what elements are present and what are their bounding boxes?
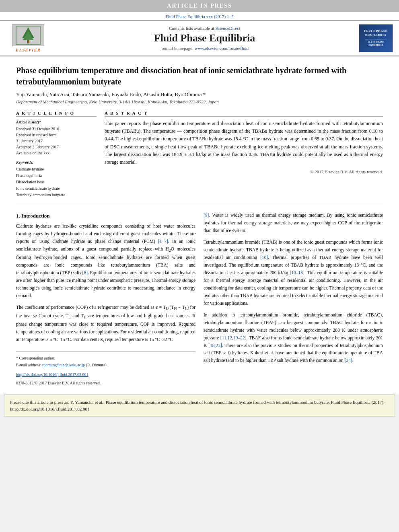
body-content: 1. Introduction Clathrate hydrates are i… [16, 212, 383, 386]
body-right-column: [9]. Water is widely used as thermal ene… [204, 212, 383, 386]
ref-link[interactable]: [9] [204, 213, 209, 218]
email-line: E-mail address: rohmura@mech.keio.ac.jp … [16, 362, 195, 369]
article-info-column: A R T I C L E I N F O Article history: R… [16, 111, 97, 198]
ref-link[interactable]: [8] [82, 270, 88, 275]
journal-reference: Fluid Phase Equilibria xxx (2017) 1–5 [0, 12, 399, 20]
ref-link[interactable]: [24] [345, 358, 352, 363]
keywords-list: Clathrate hydrate Phase equilibria Disso… [16, 166, 97, 198]
email-link[interactable]: rohmura@mech.keio.ac.jp [42, 363, 85, 367]
ref-link[interactable]: [1–7] [158, 239, 168, 244]
journal-logo: FLUID PHASE EQUILIBRIA FLUID PHASEEQUILI… [359, 24, 393, 52]
history-item: 31 January 2017 [16, 138, 97, 144]
right-paragraph-3: In addition to tetrabutylammonium bromid… [204, 311, 383, 365]
authors: Yuji Yamauchi, Yuta Arai, Tatsuro Yamasa… [16, 91, 383, 98]
journal-homepage: journal homepage: www.elsevier.com/locat… [56, 46, 353, 51]
contents-available-text: Contents lists available at ScienceDirec… [56, 26, 353, 31]
right-paragraph-2: Tetrabutylammonium bromide (TBAB) is one… [204, 238, 383, 307]
header-center: Contents lists available at ScienceDirec… [56, 26, 353, 51]
section-divider [16, 205, 383, 205]
header-right: FLUID PHASE EQUILIBRIA FLUID PHASEEQUILI… [357, 24, 395, 52]
history-item: Received 31 October 2016 [16, 126, 97, 132]
journal-header: ELSEVIER Contents lists available at Sci… [0, 20, 399, 56]
keyword: Ionic semiclathrate hydrate [16, 185, 97, 192]
abstract-text: This paper reports the phase equilibrium… [105, 120, 383, 166]
intro-section-title: 1. Introduction [16, 212, 195, 220]
elsevier-label: ELSEVIER [16, 47, 41, 52]
keyword: Tetrabutylammonium butyrate [16, 192, 97, 198]
keyword: Clathrate hydrate [16, 166, 97, 173]
elsevier-logo-image [12, 24, 44, 46]
abstract-column: A B S T R A C T This paper reports the p… [105, 111, 383, 198]
history-items: Received 31 October 2016 Received in rev… [16, 126, 97, 156]
bottom-citation-notice: Please cite this article in press as: Y.… [4, 394, 395, 417]
sciencedirect-link[interactable]: ScienceDirect [215, 26, 240, 31]
footnote-area: * Corresponding author. E-mail address: … [16, 351, 195, 386]
ref-link[interactable]: [11,12,19–22] [220, 335, 247, 340]
keyword: Phase equilibria [16, 173, 97, 179]
journal-title: Fluid Phase Equilibria [56, 32, 353, 44]
article-title: Phase equilibrium temperature and dissoc… [16, 65, 383, 87]
ref-link[interactable]: [10] [260, 255, 268, 260]
ref-link[interactable]: [10–18] [290, 270, 304, 275]
affiliation: Department of Mechanical Engineering, Ke… [16, 99, 383, 104]
keyword: Dissociation heat [16, 179, 97, 185]
keywords-label: Keywords: [16, 160, 97, 164]
right-paragraph-1: [9]. Water is widely used as thermal ene… [204, 212, 383, 234]
abstract-copyright: © 2017 Elsevier B.V. All rights reserved… [105, 169, 383, 174]
abstract-header: A B S T R A C T [105, 111, 383, 117]
article-in-press-banner: ARTICLE IN PRESS [0, 0, 399, 12]
homepage-url[interactable]: www.elsevier.com/locate/fluid [195, 46, 249, 51]
corresponding-author: * Corresponding author. [16, 355, 195, 362]
history-item: Available online xxx [16, 150, 97, 156]
history-item: Received in revised form [16, 132, 97, 138]
main-content: Phase equilibrium temperature and dissoc… [0, 56, 399, 394]
elsevier-logo: ELSEVIER [12, 24, 44, 52]
body-left-column: 1. Introduction Clathrate hydrates are i… [16, 212, 195, 386]
header-left: ELSEVIER [4, 24, 52, 52]
ref-link[interactable]: [18,23] [208, 343, 222, 348]
intro-paragraph-2: The coefficient of performance (COP) of … [16, 304, 195, 343]
history-label: Article history: [16, 120, 97, 124]
article-info-header: A R T I C L E I N F O [16, 111, 97, 117]
intro-paragraph-1: Clathrate hydrates are ice-like crystall… [16, 222, 195, 300]
history-item: Accepted 2 February 2017 [16, 144, 97, 150]
copyright-footer: 0378-3812/© 2017 Elsevier B.V. All right… [16, 380, 195, 387]
article-info-abstract-section: A R T I C L E I N F O Article history: R… [16, 111, 383, 198]
doi-link[interactable]: http://dx.doi.org/10.1016/j.fluid.2017.0… [16, 372, 88, 377]
